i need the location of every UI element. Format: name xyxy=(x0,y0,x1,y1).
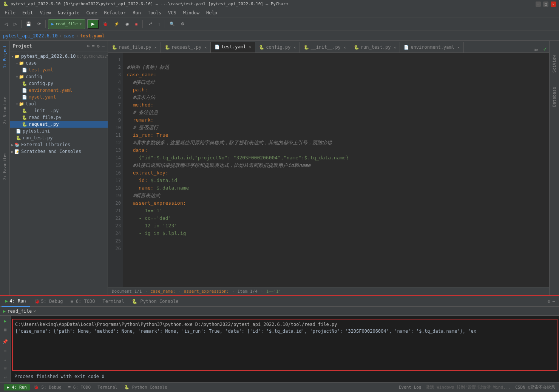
tree-root[interactable]: ▾ 📁 pytest_api_2022.6.10 D:\python2022\.… xyxy=(10,53,108,60)
menu-tools[interactable]: Tools xyxy=(145,9,164,16)
status-todo-tab[interactable]: ≡ 6: TODO xyxy=(65,384,94,390)
tab-test-yaml[interactable]: 📄 test.yaml ✕ xyxy=(211,42,255,52)
bottom-settings-icon[interactable]: ⚙ xyxy=(548,299,550,304)
panel-sciview[interactable]: SciView xyxy=(550,52,558,76)
maximize-btn[interactable]: □ xyxy=(543,2,548,7)
toolbar-nav-forward[interactable]: ▷ xyxy=(11,19,19,29)
tree-init-py[interactable]: 🐍 __init__.py xyxy=(10,107,108,114)
status-breadcrumb-2[interactable]: assert_expression: xyxy=(184,289,229,294)
settings-button[interactable]: ⚙ xyxy=(179,19,187,29)
tree-test-yaml[interactable]: 📄 test.yaml xyxy=(10,66,108,73)
sidebar: Project ⊕ ≡ ⚙ — ▾ 📁 pytest_api_2022.6.10 xyxy=(10,41,108,295)
tab-config-py[interactable]: 🐍 config.py ✕ xyxy=(255,42,300,52)
tree-external-libs[interactable]: ▶ 📚 External Libraries xyxy=(10,141,108,148)
status-python-console-tab[interactable]: 🐍 Python Console xyxy=(121,384,170,390)
run-inner-tab-label[interactable]: read_file xyxy=(7,309,32,314)
vcs-button[interactable]: ⎇ xyxy=(145,19,154,29)
menu-refactor[interactable]: Refactor xyxy=(101,9,129,16)
bottom-tab-terminal[interactable]: Terminal xyxy=(99,297,127,306)
bottom-tab-todo[interactable]: ≡ 6: TODO xyxy=(67,297,98,306)
coverage-button[interactable]: ⚡ xyxy=(112,19,122,29)
tree-mysql-yaml[interactable]: 📄 mysql.yaml xyxy=(10,94,108,100)
status-event-log[interactable]: Event Log xyxy=(399,385,422,390)
run-button[interactable]: ▶ xyxy=(87,19,99,29)
panel-database[interactable]: Database xyxy=(550,84,558,110)
code-area[interactable]: #用例（名称）标题 case_name: #接口地址 path: #请求方法 m… xyxy=(123,53,549,287)
status-breadcrumb-1[interactable]: case_name: xyxy=(150,289,175,294)
toolbar-nav-back[interactable]: ◁ xyxy=(2,19,10,29)
stop-button[interactable]: ■ xyxy=(133,19,140,29)
menu-code[interactable]: Code xyxy=(83,9,100,16)
tab-read-file-py[interactable]: 🐍 read_file.py ✕ xyxy=(108,42,161,52)
run-filter-btn[interactable]: ⊟ xyxy=(2,364,9,372)
tab-init-py[interactable]: 🐍 __init__.py ✕ xyxy=(300,42,350,52)
sidebar-icon-settings[interactable]: ⚙ xyxy=(97,43,100,49)
run-tab-icon: ▶ xyxy=(5,298,8,304)
run-stop-btn[interactable]: ■ xyxy=(2,326,9,333)
profile-button[interactable]: ◉ xyxy=(123,19,131,29)
status-terminal-tab[interactable]: Terminal xyxy=(94,384,120,390)
status-run-tab[interactable]: ▶ 4: Run xyxy=(4,384,30,390)
tree-scratches[interactable]: ▶ 📝 Scratches and Consoles xyxy=(10,148,108,155)
tree-read-file-py[interactable]: 🐍 read_file.py xyxy=(10,114,108,121)
run-pin-btn[interactable]: 📌 xyxy=(2,338,9,346)
tree-pytest-ini[interactable]: 📄 pytest.ini xyxy=(10,128,108,134)
tree-case-folder[interactable]: ▾ 📁 case xyxy=(10,60,108,66)
editor-content[interactable]: 12345 678910 1112131415 1617181920 21222… xyxy=(108,53,549,287)
breadcrumb-folder[interactable]: case xyxy=(63,33,74,39)
tab-close-test-yaml[interactable]: ✕ xyxy=(249,45,251,49)
run-rerun-btn[interactable]: ▶ xyxy=(2,317,9,324)
toolbar-save[interactable]: 💾 xyxy=(24,19,34,29)
tab-overflow-btn[interactable]: ≫ xyxy=(531,47,541,52)
panel-structure[interactable]: 2: Structure xyxy=(2,94,8,127)
bottom-tab-run[interactable]: ▶ 4: Run xyxy=(2,296,30,307)
toolbar-sync[interactable]: ⟳ xyxy=(35,19,43,29)
run-config-selector[interactable]: ▶ read_file ▾ xyxy=(48,19,85,29)
tree-environment-yaml[interactable]: 📄 environment.yaml xyxy=(10,87,108,94)
tree-config-py[interactable]: 🐍 config.py xyxy=(10,80,108,87)
tree-tool-folder[interactable]: ▾ 📁 tool xyxy=(10,100,108,107)
tab-close-request[interactable]: ✕ xyxy=(204,45,207,49)
tab-close-config[interactable]: ✕ xyxy=(293,45,296,49)
sidebar-icon-scope[interactable]: ⊕ xyxy=(87,43,90,49)
menu-window[interactable]: Window xyxy=(180,9,202,16)
menu-edit[interactable]: Edit xyxy=(19,9,36,16)
tab-run-test-py[interactable]: 🐍 run_test.py ✕ xyxy=(350,42,400,52)
menu-file[interactable]: File xyxy=(2,9,19,16)
run-wrap-btn[interactable]: ↵ xyxy=(2,373,9,381)
tab-close-init[interactable]: ✕ xyxy=(344,45,346,49)
debug-button[interactable]: 🐞 xyxy=(100,19,110,29)
close-btn[interactable]: ✕ xyxy=(551,2,556,7)
bottom-tab-python-console[interactable]: 🐍 Python Console xyxy=(129,297,181,306)
menu-run[interactable]: Run xyxy=(130,9,144,16)
run-settings-btn[interactable]: ≡ xyxy=(2,347,9,354)
sidebar-icon-group[interactable]: ≡ xyxy=(92,43,94,49)
menu-view[interactable]: View xyxy=(37,9,54,16)
status-debug-tab[interactable]: 🐞 5: Debug xyxy=(31,384,65,390)
status-sep-2: › xyxy=(178,289,181,294)
panel-favorites[interactable]: 2: Favorites xyxy=(2,150,8,183)
menu-vcs[interactable]: VCS xyxy=(165,9,179,16)
run-scroll-btn[interactable]: ↓ xyxy=(2,356,9,363)
bottom-tab-debug[interactable]: 🐞 5: Debug xyxy=(31,297,66,306)
tab-request-py[interactable]: 🐍 request_.py ✕ xyxy=(161,42,211,52)
sidebar-icon-collapse[interactable]: — xyxy=(102,43,105,49)
panel-project[interactable]: 1: Project xyxy=(2,42,8,71)
tab-environment-yaml[interactable]: 📄 environment.yaml ✕ xyxy=(400,42,464,52)
tree-config-folder[interactable]: ▾ 📁 config xyxy=(10,73,108,80)
menu-help[interactable]: Help xyxy=(203,9,220,16)
tree-run-test-py[interactable]: 🐍 run_test.py xyxy=(10,134,108,141)
run-inner-tab-close[interactable]: ✕ xyxy=(33,309,36,314)
tab-close-read-file[interactable]: ✕ xyxy=(154,45,157,49)
breadcrumb-project[interactable]: pytest_api_2022.6.10 xyxy=(3,33,58,39)
search-button[interactable]: 🔍 xyxy=(167,19,177,29)
bottom-close-icon[interactable]: — xyxy=(553,299,555,304)
git-button[interactable]: ↑ xyxy=(156,19,163,29)
tab-close-env-yaml[interactable]: ✕ xyxy=(457,45,460,49)
menu-navigate[interactable]: Navigate xyxy=(55,9,83,16)
app: 🐍 pytest_api_2022.6.10 [D:\python2022\py… xyxy=(0,0,559,392)
minimize-btn[interactable]: ─ xyxy=(536,2,541,7)
tab-close-run-test[interactable]: ✕ xyxy=(394,45,396,49)
tree-request-py[interactable]: 🐍 request_.py xyxy=(10,121,108,128)
breadcrumb-file[interactable]: test.yaml xyxy=(80,33,105,39)
